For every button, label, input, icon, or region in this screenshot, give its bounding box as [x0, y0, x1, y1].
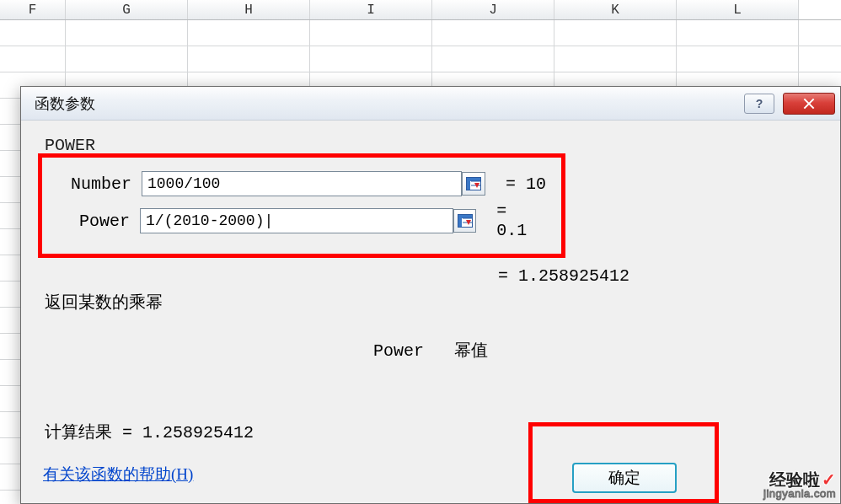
arg-evaluated-power: = 0.1 [496, 201, 546, 240]
calc-result-value: 1.258925412 [142, 423, 254, 442]
formula-result-preview: = 1.258925412 [498, 266, 818, 286]
range-picker-icon [466, 177, 481, 190]
arg-desc-label: Power [373, 341, 424, 361]
column-header[interactable]: L [677, 0, 799, 19]
watermark-text: 经验啦 [769, 470, 820, 489]
column-header[interactable]: J [432, 0, 554, 19]
function-arguments-dialog: 函数参数 ? POWER Number [20, 86, 841, 504]
watermark: 经验啦✓ jingyanla.com [763, 471, 836, 499]
arg-label-power: Power [57, 212, 140, 231]
argument-description: Power 幂值 [43, 339, 818, 362]
range-picker-button[interactable] [462, 172, 485, 196]
help-button[interactable]: ? [744, 94, 774, 114]
arg-row-number: Number = 10 [57, 171, 546, 196]
arg-evaluated-number: = 10 [506, 174, 546, 194]
close-button[interactable] [783, 93, 835, 115]
dialog-titlebar[interactable]: 函数参数 ? [21, 87, 840, 121]
calc-result-label: 计算结果 = [45, 423, 142, 442]
args-highlight-box: Number = 10 Power [38, 153, 565, 258]
column-header[interactable]: G [66, 0, 188, 19]
close-icon [802, 97, 816, 110]
arg-input-number[interactable] [142, 171, 462, 196]
question-icon: ? [756, 97, 763, 110]
column-header[interactable]: H [188, 0, 310, 19]
watermark-url: jingyanla.com [763, 488, 836, 499]
function-description: 返回某数的乘幂 [45, 291, 818, 314]
svg-rect-8 [458, 215, 462, 227]
column-header[interactable]: I [310, 0, 432, 19]
column-headers-row: F G H I J K L [0, 0, 841, 20]
dialog-title: 函数参数 [35, 94, 95, 114]
column-header[interactable]: K [554, 0, 677, 19]
arg-input-power[interactable] [140, 208, 453, 233]
function-name: POWER [45, 136, 818, 155]
column-header[interactable]: F [0, 0, 66, 19]
check-icon: ✓ [822, 470, 836, 489]
range-picker-icon [458, 214, 473, 228]
svg-rect-2 [467, 178, 470, 190]
calc-result: 计算结果 = 1.258925412 [45, 421, 254, 443]
arg-row-power: Power = 0.1 [57, 201, 546, 240]
arg-desc-text: 幂值 [454, 340, 488, 359]
ok-button[interactable]: 确定 [572, 463, 677, 493]
arg-label-number: Number [57, 174, 142, 194]
function-help-link[interactable]: 有关该函数的帮助(H) [43, 464, 193, 485]
range-picker-button[interactable] [453, 209, 476, 233]
